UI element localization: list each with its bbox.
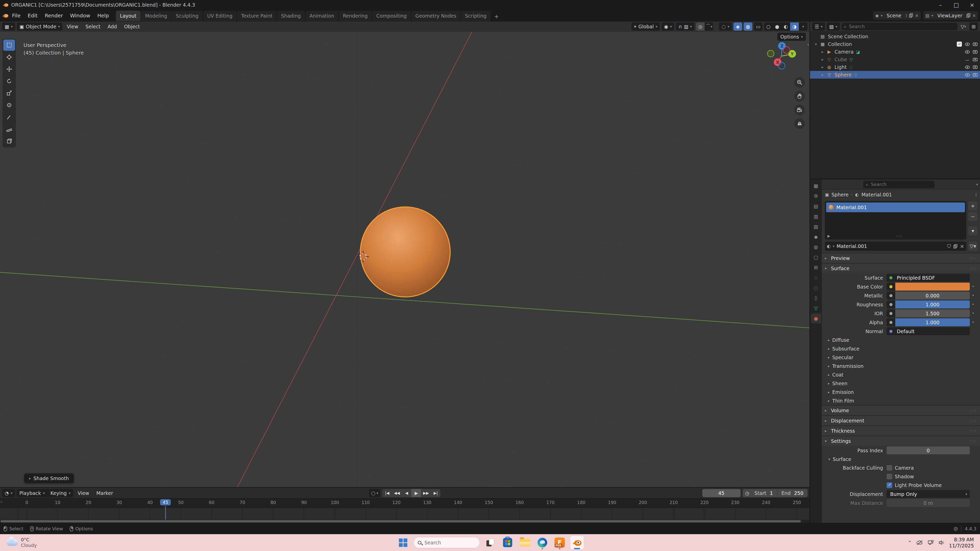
breadcrumb-object[interactable]: Sphere <box>832 192 849 197</box>
orthographic-toggle-button[interactable] <box>794 118 805 129</box>
slot-grip-icon[interactable]: :::: <box>896 234 902 238</box>
close-button[interactable]: × <box>964 0 980 10</box>
tab-scripting[interactable]: Scripting <box>461 11 491 21</box>
max-distance-field[interactable]: 0 m <box>886 499 970 507</box>
subpanel-emission[interactable]: ▸Emission <box>822 388 980 396</box>
scrollbar-thumb[interactable] <box>0 520 801 522</box>
minimize-button[interactable]: – <box>932 0 948 10</box>
task-view-button[interactable] <box>484 536 497 549</box>
tab-object[interactable]: ▢ <box>811 252 821 262</box>
subpanel-specular[interactable]: ▸Specular <box>822 353 980 362</box>
taskbar-weather-widget[interactable]: 0°C Cloudy <box>0 537 37 548</box>
material-datablock[interactable]: ◐ ▾ Material.001 ⛉ × <box>825 241 966 251</box>
current-frame-field[interactable]: 45 <box>702 489 741 497</box>
eye-closed-icon[interactable] <box>965 58 970 61</box>
eye-icon[interactable] <box>965 65 970 69</box>
shadow-checkbox[interactable] <box>886 474 892 479</box>
tab-compositing[interactable]: Compositing <box>372 11 410 21</box>
render-visibility-icon[interactable] <box>973 58 977 61</box>
menu-help[interactable]: Help <box>94 11 112 20</box>
remove-icon[interactable]: × <box>972 13 976 18</box>
outliner-search[interactable]: ⌕ <box>842 23 958 30</box>
eye-icon[interactable] <box>965 43 970 46</box>
tool-annotate[interactable] <box>3 111 15 123</box>
new-collection-button[interactable]: ⊞ <box>969 22 978 30</box>
tab-geometry-nodes[interactable]: Geometry Nodes <box>411 11 460 21</box>
material-name-field[interactable]: Material.001 <box>837 243 945 249</box>
menu-keying[interactable]: Keying▾ <box>48 489 73 497</box>
tool-scale[interactable] <box>3 87 15 99</box>
blender-app-button[interactable] <box>570 536 584 549</box>
subpanel-thin-film[interactable]: ▸Thin Film <box>822 396 980 405</box>
tab-modifiers[interactable]: ⊞ <box>811 262 821 272</box>
outliner-row-camera[interactable]: ▸ ▶ Camera ◪ <box>810 48 980 56</box>
outliner-display-mode[interactable]: ▧ ▾ <box>827 22 840 30</box>
show-overlays-toggle[interactable]: ◍ <box>744 22 752 30</box>
start-button[interactable] <box>396 536 410 549</box>
operator-panel[interactable]: ▸ Shade Smooth <box>24 473 74 483</box>
metallic-slider[interactable]: 0.000 <box>886 292 970 300</box>
editor-type-selector[interactable]: ▦ ▾ <box>2 22 15 30</box>
tab-material[interactable]: ● <box>811 313 821 323</box>
taskbar-search-input[interactable] <box>424 540 476 546</box>
panel-volume[interactable]: ▸Volume:::: <box>822 406 980 415</box>
menu-playback[interactable]: Playback▾ <box>17 489 48 497</box>
volume-icon[interactable] <box>939 540 945 545</box>
tab-animation[interactable]: Animation <box>305 11 339 21</box>
alpha-slider[interactable]: 1.000 <box>886 318 970 326</box>
normal-field[interactable]: Default <box>886 327 970 335</box>
breadcrumb-material[interactable]: Material.001 <box>861 192 892 197</box>
copy-icon[interactable] <box>966 13 970 17</box>
tool-move[interactable] <box>3 64 15 75</box>
panel-settings[interactable]: ▾Settings:::: <box>822 436 980 446</box>
file-explorer-button[interactable] <box>518 536 532 549</box>
animate-dot-icon[interactable]: • <box>970 302 977 307</box>
subpanel-coat[interactable]: ▸Coat <box>822 370 980 379</box>
tab-tool[interactable]: ⚙ <box>811 191 821 201</box>
subpanel-transmission[interactable]: ▸Transmission <box>822 362 980 370</box>
outliner-row-light[interactable]: ▸ ◍ Light ◌ <box>810 63 980 71</box>
tab-sculpting[interactable]: Sculpting <box>172 11 203 21</box>
taskbar-search[interactable] <box>414 537 480 548</box>
panel-displacement[interactable]: ▸Displacement:::: <box>822 416 980 426</box>
edge-browser-button[interactable] <box>535 536 549 549</box>
visibility-dropdown[interactable]: ◌ ▾ <box>719 22 732 30</box>
outliner-row-cube[interactable]: ▸ ▽ Cube ▽ <box>810 56 980 63</box>
unlink-icon[interactable]: × <box>915 13 918 18</box>
expand-arrow-icon[interactable]: ▸ <box>819 65 826 69</box>
camera-view-button[interactable] <box>794 105 805 115</box>
tab-physics[interactable]: ◌ <box>811 283 821 292</box>
collection-checkbox[interactable]: ✓ <box>957 41 962 47</box>
proportional-editing-toggle[interactable]: ◎ <box>696 22 705 30</box>
tab-particles[interactable]: ∴ <box>811 273 821 283</box>
tab-editor-type[interactable]: ▦ <box>811 181 821 191</box>
add-workspace-button[interactable]: + <box>491 12 502 21</box>
scene-selector[interactable]: ◆ ▾ Scene ⟟ × <box>873 11 921 20</box>
snapping-controls[interactable]: ∩ ▥ ▾ <box>676 22 694 30</box>
tool-add-cube[interactable] <box>3 135 15 147</box>
jump-to-end-button[interactable]: ▶| <box>431 489 441 497</box>
panel-preview[interactable]: ▸ Preview :::: <box>822 253 980 263</box>
surface-shader-field[interactable]: Principled BSDF <box>886 274 970 282</box>
slot-specials-button[interactable]: ▾ <box>968 226 977 235</box>
slot-expand-icon[interactable]: ▶ <box>827 234 830 238</box>
menu-window[interactable]: Window <box>67 11 94 20</box>
menu-add[interactable]: Add <box>105 24 120 29</box>
expand-arrow-icon[interactable]: ▸ <box>819 50 826 54</box>
onedrive-offline-icon[interactable] <box>916 540 923 545</box>
subpanel-subsurface[interactable]: ▸Subsurface <box>822 345 980 353</box>
microsoft-store-button[interactable] <box>501 536 514 549</box>
transform-orientation-selector[interactable]: ⌖ Global ▾ <box>632 22 660 30</box>
timeline-scrollbar[interactable] <box>0 519 810 523</box>
pin-icon[interactable]: ⟟ <box>905 13 907 18</box>
show-gizmos-toggle[interactable]: ◈ <box>733 22 742 30</box>
subpanel-diffuse[interactable]: ▸Diffuse <box>822 336 980 345</box>
fake-user-shield-icon[interactable]: ⛉ <box>947 243 951 249</box>
blender-menu-icon[interactable] <box>2 13 9 18</box>
render-visibility-icon[interactable] <box>973 65 977 69</box>
tool-cursor[interactable] <box>3 52 15 63</box>
zoom-button[interactable] <box>794 77 805 88</box>
pin-icon[interactable]: ⟟ <box>975 192 977 197</box>
tool-rotate[interactable] <box>3 76 15 87</box>
animate-dot-icon[interactable]: • <box>970 311 977 316</box>
